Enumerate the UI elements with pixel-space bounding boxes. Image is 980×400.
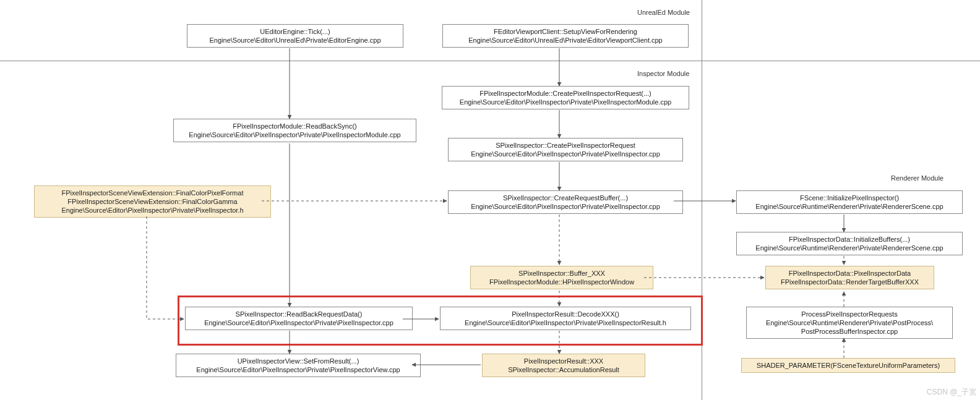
module-label-unrealed: UnrealEd Module: [637, 9, 690, 16]
node-processpixelinspectorrequests: ProcessPixelInspectorRequestsEngine\Sour…: [746, 307, 953, 339]
node-setfromresult: UPixelInspectorView::SetFromResult(...)E…: [176, 354, 421, 377]
unrealed-separator-right: [702, 61, 980, 61]
diagram-canvas: UnrealEd Module Inspector Module Rendere…: [0, 0, 980, 400]
node-ueditorengine-tick: UEditorEngine::Tick(...)Engine\Source\Ed…: [187, 24, 403, 48]
node-createrequestbuffer: SPixelInspector::CreateRequestBuffer(...…: [448, 190, 683, 214]
highlight-frame: [178, 296, 703, 346]
node-buffer-xxx: SPixelInspector::Buffer_XXXFPixelInspect…: [470, 266, 653, 289]
node-spixelinspector-createrequest: SPixelInspector::CreatePixelInspectorReq…: [448, 138, 683, 161]
node-sceneviewextension: FPixelInspectorSceneViewExtension::Final…: [34, 185, 271, 218]
module-label-inspector: Inspector Module: [637, 70, 689, 77]
unrealed-separator: [0, 61, 702, 61]
node-initializebuffers: FPixelInspectorData::InitializeBuffers(.…: [736, 232, 963, 255]
node-feditorviewportclient: FEditorViewportClient::SetupViewForRende…: [442, 24, 689, 48]
watermark: CSDN @_子宽: [927, 387, 976, 398]
node-rendertargetbuffer: FPixelInspectorData::PixelInspectorDataF…: [765, 266, 934, 289]
node-shader-parameter: SHADER_PARAMETER(FSceneTextureUniformPar…: [741, 358, 955, 373]
node-createpixelinspectorrequest-module: FPixelInspectorModule::CreatePixelInspec…: [442, 86, 689, 109]
node-fscene-init: FScene::InitializePixelInspector()Engine…: [736, 190, 963, 214]
node-readbacksync: FPixelInspectorModule::ReadBackSync()Eng…: [173, 119, 416, 142]
module-label-renderer: Renderer Module: [891, 174, 943, 182]
node-accumulationresult: PixelInspectorResult::XXXSPixelInspector…: [482, 354, 645, 377]
